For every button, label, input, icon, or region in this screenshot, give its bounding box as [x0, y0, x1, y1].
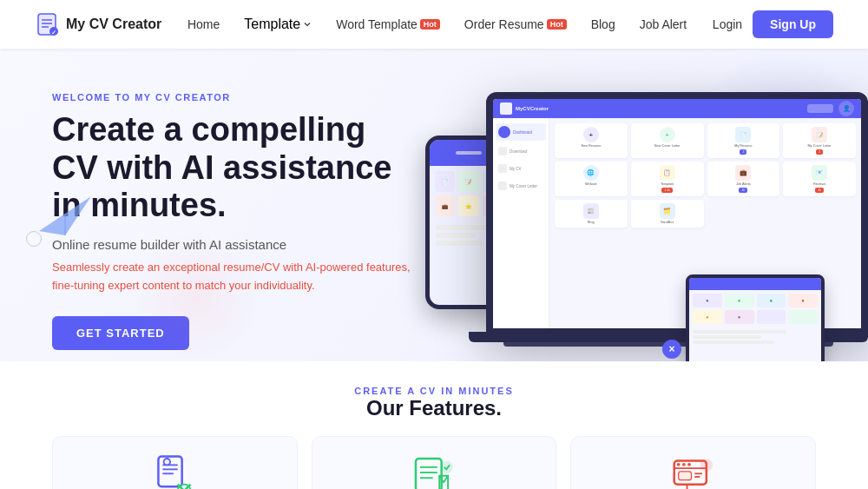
main-nav: Home Template Word Template Hot Order Re… — [187, 17, 687, 32]
nav-actions: Login Sign Up — [713, 10, 833, 38]
svg-point-14 — [164, 459, 170, 465]
chevron-down-icon — [303, 20, 312, 29]
nav-blog[interactable]: Blog — [591, 17, 615, 31]
features-section: CREATE A CV IN MINUTES Our Features. ✓ C… — [0, 361, 868, 489]
nav-template[interactable]: Template — [244, 17, 312, 32]
blob-decoration-2 — [130, 231, 260, 361]
svg-point-21 — [442, 462, 452, 472]
logo-text: My CV Creator — [66, 17, 161, 32]
features-section-label: CREATE A CV IN MINUTES — [35, 386, 833, 396]
hero-welcome-label: WELCOME TO MY CV CREATOR — [52, 92, 417, 102]
feature-card-website[interactable]: ! Create Resume Website — [570, 436, 816, 489]
hero-section: WELCOME TO MY CV CREATOR Create a compel… — [0, 49, 868, 361]
order-resume-badge: Hot — [547, 19, 567, 30]
nav-word-template[interactable]: Word Template Hot — [336, 17, 440, 31]
svg-text:✓: ✓ — [51, 30, 56, 36]
feature-card-cover-letter[interactable]: Create Cover Letter — [312, 436, 557, 489]
signup-button[interactable]: Sign Up — [753, 10, 833, 38]
svg-text:!: ! — [705, 461, 707, 470]
tablet-screen: ● ● ● ● ● ● — [689, 278, 821, 361]
nav-order-resume[interactable]: Order Resume Hot — [464, 17, 567, 31]
features-header: CREATE A CV IN MINUTES Our Features. — [35, 386, 833, 420]
features-grid: ✓ Create Resume / CV Create Cover Let — [35, 436, 833, 489]
svg-point-24 — [676, 463, 680, 466]
cover-letter-icon — [411, 454, 457, 489]
hero-desc-plain: Seamlessly create — [52, 261, 148, 274]
login-button[interactable]: Login — [713, 17, 742, 31]
svg-rect-27 — [678, 472, 691, 480]
website-icon: ! — [671, 454, 716, 489]
svg-rect-17 — [416, 459, 442, 489]
feature-card-resume[interactable]: ✓ Create Resume / CV — [52, 436, 298, 489]
circle-decoration — [26, 231, 42, 247]
nav-job-alert[interactable]: Job Alert — [640, 17, 687, 31]
resume-icon: ✓ — [152, 454, 197, 489]
logo-icon: ✓ — [35, 12, 59, 36]
svg-point-25 — [682, 463, 686, 466]
features-title: Our Features. — [35, 396, 833, 420]
close-button[interactable]: × — [662, 340, 681, 359]
tablet-mockup: ● ● ● ● ● ● — [686, 274, 825, 361]
word-template-badge: Hot — [420, 19, 440, 30]
hero-right: 📄 📝 🌐 💼 ⭐ 📋 — [417, 83, 816, 361]
nav-home[interactable]: Home — [187, 17, 220, 31]
paper-plane-decoration — [35, 188, 95, 240]
logo[interactable]: ✓ My CV Creator — [35, 12, 161, 36]
svg-point-26 — [687, 463, 691, 466]
hero-title: Create a compelling CV with AI assistanc… — [52, 111, 417, 225]
header: ✓ My CV Creator Home Template Word Templ… — [0, 0, 868, 49]
